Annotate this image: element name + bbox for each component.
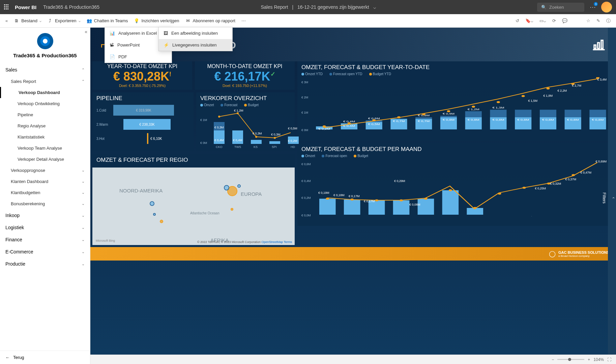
bookmark-icon[interactable]: 🔖⌵	[525, 18, 533, 23]
more-options-button[interactable]: ⋯3	[590, 3, 596, 11]
ytd-chart-panel[interactable]: OMZET, FORECAST & BUDGET YEAR-TO-DATE Om…	[297, 61, 614, 141]
svg-rect-40	[465, 111, 482, 117]
regio-panel[interactable]: OMZET & FORECAST PER REGIO	[92, 154, 295, 168]
nav-verkoop-dashboard[interactable]: Verkoop Dashboard	[0, 87, 90, 98]
mtd-chart-panel[interactable]: OMZET, FORECAST & BUDGET PER MAAND Omzet…	[297, 143, 614, 226]
refresh-icon[interactable]: ⟳	[552, 18, 556, 23]
nav-verkoopprognose[interactable]: Verkoopprognose⌄	[0, 165, 90, 176]
workspace-name-top[interactable]: Trade365 & Production365	[43, 4, 99, 10]
svg-rect-52	[515, 110, 531, 118]
report-toolbar: « 🗎Bestand⌵ ⤴Exporteren⌵ 👥Chatten in Tea…	[0, 14, 616, 28]
pipeline-panel[interactable]: PIPELINE 1.Cold€ 319,98K 2.Warm€ 238,33K…	[92, 92, 194, 151]
svg-rect-28	[415, 117, 432, 119]
nav-logistiek[interactable]: Logistiek⌄	[0, 221, 90, 234]
comment-icon[interactable]: 💬	[562, 18, 567, 23]
star-icon[interactable]: ☆	[586, 18, 590, 23]
svg-point-43	[472, 106, 475, 108]
terms-link[interactable]: Terms	[284, 240, 292, 244]
svg-point-37	[447, 110, 450, 112]
zoom-in-button[interactable]: +	[588, 357, 590, 362]
embed-live-item[interactable]: ⚡Livegegevens insluiten	[159, 39, 232, 51]
svg-text:€ 0,8M: € 0,8M	[592, 118, 604, 121]
apps-launcher-icon[interactable]	[4, 4, 9, 10]
filters-pane-toggle[interactable]: ‹Filters	[608, 28, 616, 355]
insights-button[interactable]: 💡Inzichten verkrijgen	[134, 18, 179, 24]
svg-text:€ 0,5M: € 0,5M	[368, 123, 380, 126]
kpi-mtd[interactable]: MONTH-TO-DATE OMZET KPI € 216,17K✓ Doel:…	[195, 61, 295, 90]
svg-text:€ 1,3M: € 1,3M	[492, 107, 504, 109]
export-pdf-item[interactable]: 📄PDF	[105, 51, 172, 63]
powerpoint-submenu: 🖼Een afbeelding insluiten ⚡Livegegevens …	[158, 27, 233, 51]
chevron-down-icon: ⌵	[39, 19, 41, 23]
nav-verkoper-detail[interactable]: Verkoper Detail Analyse	[0, 154, 90, 165]
file-icon: 🗎	[14, 18, 19, 24]
nav-klantstatistiek[interactable]: Klantstatistiek	[0, 131, 90, 143]
verkoper-panel[interactable]: VERKOPER OVERZICHT OmzetForecastBudget €…	[196, 92, 295, 151]
svg-point-5	[255, 136, 257, 138]
nav-pipeline[interactable]: Pipeline	[0, 109, 90, 120]
svg-rect-57	[540, 110, 556, 118]
chevron-down-icon[interactable]: ⌵	[373, 4, 376, 10]
osm-link[interactable]: OpenStreetMap	[262, 240, 283, 244]
image-icon: 🖼	[164, 31, 168, 36]
nav-ecommerce[interactable]: E-Commerce⌄	[0, 246, 90, 258]
back-button[interactable]: ←Terug	[0, 351, 90, 364]
nav-finance[interactable]: Finance⌄	[0, 234, 90, 246]
svg-text:€ 0,7M: € 0,7M	[393, 120, 405, 123]
notification-badge: 3	[594, 2, 598, 6]
nav-sales[interactable]: Sales⌃	[0, 64, 90, 76]
export-icon: ⤴	[48, 18, 53, 24]
nav-bonusberekening[interactable]: Bonusberekening⌄	[0, 198, 90, 209]
zoom-slider[interactable]	[557, 359, 584, 360]
nav-regio-analyse[interactable]: Regio Analyse	[0, 120, 90, 131]
mtd-chart: € 0,6M € 0,4M € 0,2M € 0,0M JanuaryFebru…	[301, 159, 610, 223]
nav-productie[interactable]: Productie⌄	[0, 258, 90, 270]
nav-klanten-dashboard[interactable]: Klanten Dashboard⌄	[0, 176, 90, 187]
svg-text:€ 0,9M: € 0,9M	[443, 113, 454, 115]
svg-point-87	[449, 189, 452, 191]
svg-point-10	[323, 125, 326, 127]
svg-text:€ 0,8M: € 0,8M	[542, 118, 554, 121]
search-icon: 🔍	[541, 5, 547, 10]
report-name[interactable]: Sales Report	[261, 4, 288, 10]
verkoper-chart: € 1M € 0M € 0,4M € 0,3M € 0,4M € 0,2M	[200, 108, 291, 149]
kpi-ytd[interactable]: YEAR-TO-DATE OMZET KPI € 830,28K! Doel: …	[92, 61, 192, 90]
workspace-title: Trade365 & Production365	[0, 53, 90, 58]
reset-icon[interactable]: ↺	[516, 18, 519, 23]
export-menu-button[interactable]: ⤴Exporteren⌵	[48, 18, 81, 24]
footer-brand: ◯GAC BUSINESS SOLUTIONSa Broad Horizon c…	[90, 247, 616, 261]
search-input[interactable]: 🔍 Zoeken	[537, 3, 584, 12]
chevron-down-icon: ⌄	[82, 238, 85, 242]
edit-icon[interactable]: ✎	[596, 18, 600, 23]
embed-image-item[interactable]: 🖼Een afbeelding insluiten	[159, 27, 232, 39]
collapse-toolbar-icon[interactable]: «	[5, 18, 8, 23]
svg-text:€ 0,8M: € 0,8M	[517, 118, 529, 121]
zoom-out-button[interactable]: −	[552, 357, 554, 362]
info-icon[interactable]: ⓘ	[606, 18, 611, 24]
nav-klantbudgetten[interactable]: Klantbudgetten⌄	[0, 187, 90, 198]
fit-page-button[interactable]: ⛶	[607, 357, 611, 362]
chevron-down-icon: ⌄	[82, 262, 85, 266]
live-icon: ⚡	[164, 42, 169, 48]
nav-verkoop-team[interactable]: Verkoop Team Analyse	[0, 143, 90, 154]
svg-rect-83	[418, 199, 434, 215]
file-menu-button[interactable]: 🗎Bestand⌵	[14, 18, 41, 24]
map-visual[interactable]: NOORD-AMERIKA EUROPA AFRIKA Atlantische …	[92, 168, 295, 245]
svg-text:December: December	[588, 131, 606, 131]
nav-verkoop-ontwikkeling[interactable]: Verkoop Ontwikkeling	[0, 98, 90, 109]
excel-icon: 📊	[110, 31, 115, 36]
chevron-down-icon: ⌄	[82, 190, 85, 195]
nav-inkoop[interactable]: Inkoop⌄	[0, 209, 90, 221]
nav-sales-report[interactable]: Sales Report⌃	[0, 76, 90, 87]
gac-logo-icon: ◯	[549, 250, 556, 257]
arrow-left-icon: ←	[5, 355, 10, 360]
subscribe-button[interactable]: ✉Abonneren op rapport	[185, 18, 235, 24]
more-icon[interactable]: ⋯	[241, 18, 246, 23]
update-status[interactable]: 16-12-21 gegevens zijn bijgewerkt	[297, 4, 369, 10]
collapse-sidebar-icon[interactable]: «	[85, 29, 87, 34]
svg-text:September: September	[514, 215, 533, 216]
avatar[interactable]	[601, 2, 612, 12]
svg-text:November: November	[564, 215, 582, 216]
view-icon[interactable]: ▭⌵	[539, 18, 546, 23]
teams-button[interactable]: 👥Chatten in Teams	[87, 18, 128, 24]
